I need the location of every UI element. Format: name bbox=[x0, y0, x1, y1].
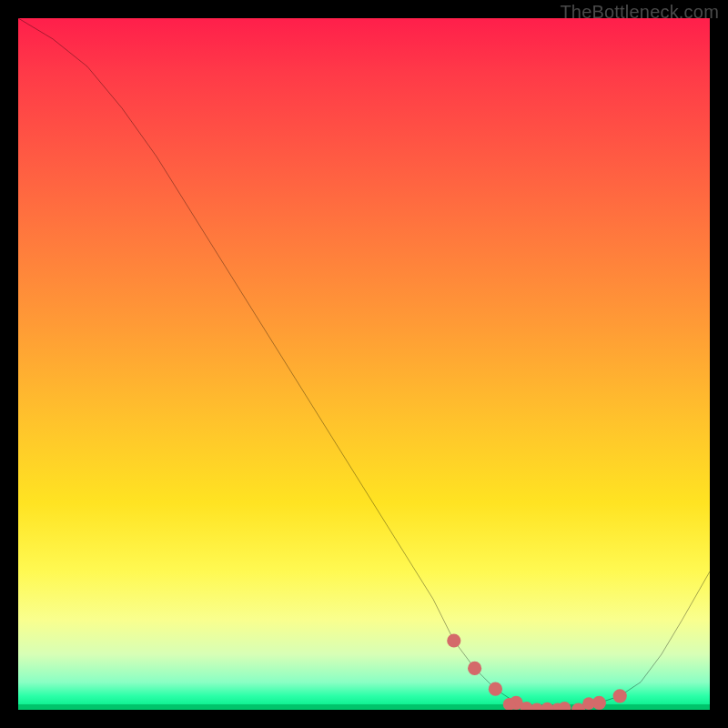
optimal-marker bbox=[447, 633, 460, 647]
optimal-marker bbox=[468, 662, 481, 675]
optimal-marker bbox=[489, 682, 502, 696]
chart-stage: TheBottleneck.com bbox=[0, 0, 728, 728]
plot-area bbox=[18, 18, 710, 710]
optimal-marker bbox=[582, 697, 595, 710]
curve-svg bbox=[18, 18, 710, 710]
optimal-zone-markers bbox=[447, 633, 627, 710]
optimal-marker bbox=[541, 703, 554, 710]
optimal-marker bbox=[559, 702, 571, 710]
optimal-marker bbox=[613, 689, 627, 703]
bottleneck-curve-path bbox=[18, 18, 710, 710]
